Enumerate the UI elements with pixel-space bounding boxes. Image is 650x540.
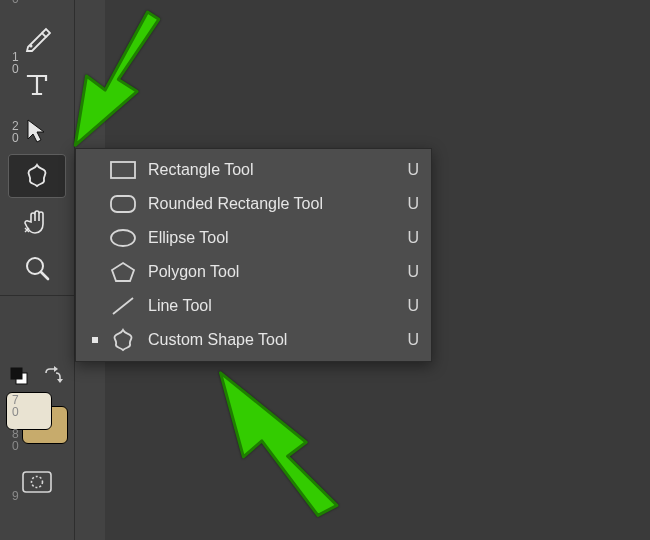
shape-tool[interactable] xyxy=(8,154,66,198)
zoom-tool[interactable] xyxy=(8,246,66,290)
annotation-arrow-to-shape-tool xyxy=(64,10,184,156)
flyout-item-shortcut: U xyxy=(401,161,419,179)
app-stage: Rectangle ToolURounded Rectangle ToolUEl… xyxy=(0,0,650,540)
svg-rect-6 xyxy=(111,162,135,178)
flyout-item-rounded-rectangle[interactable]: Rounded Rectangle ToolU xyxy=(76,187,431,221)
ruler-tick-10: 1 0 xyxy=(2,51,29,75)
annotation-arrow-to-custom-shape xyxy=(190,362,350,522)
flyout-item-custom-shape[interactable]: Custom Shape ToolU xyxy=(76,323,431,357)
hand-tool[interactable] xyxy=(8,200,66,244)
ruler-tick-80: 8 0 xyxy=(2,428,29,452)
svg-point-4 xyxy=(30,45,33,48)
flyout-item-shortcut: U xyxy=(401,297,419,315)
flyout-item-label: Line Tool xyxy=(148,297,401,315)
flyout-item-shortcut: U xyxy=(401,263,419,281)
svg-marker-9 xyxy=(112,263,134,281)
swap-colors-icon xyxy=(42,365,64,387)
flyout-item-line[interactable]: Line ToolU xyxy=(76,289,431,323)
ruler-tick-20: 2 0 xyxy=(2,120,29,144)
svg-rect-1 xyxy=(11,368,22,379)
ellipse-icon xyxy=(108,227,138,249)
shape-tool-flyout: Rectangle ToolURounded Rectangle ToolUEl… xyxy=(75,148,432,362)
flyout-item-label: Ellipse Tool xyxy=(148,229,401,247)
svg-point-3 xyxy=(32,477,43,488)
pen-icon xyxy=(23,24,51,52)
line-icon xyxy=(108,295,138,317)
svg-rect-2 xyxy=(23,472,51,492)
rect-icon xyxy=(108,159,138,181)
svg-line-10 xyxy=(113,298,133,314)
toolbar-divider xyxy=(0,295,74,296)
svg-point-8 xyxy=(111,230,135,246)
zoom-icon xyxy=(23,254,51,282)
shape-icon xyxy=(108,329,138,351)
flyout-selected-marker xyxy=(88,337,102,343)
default-colors-button[interactable] xyxy=(4,360,34,392)
swap-colors-button[interactable] xyxy=(36,360,70,392)
flyout-item-label: Rounded Rectangle Tool xyxy=(148,195,401,213)
flyout-item-rectangle[interactable]: Rectangle ToolU xyxy=(76,153,431,187)
default-colors-icon xyxy=(9,366,29,386)
ruler-tick-70: 7 0 xyxy=(2,394,29,418)
shape-icon xyxy=(22,162,52,190)
quick-mask-icon xyxy=(22,471,52,493)
flyout-item-polygon[interactable]: Polygon ToolU xyxy=(76,255,431,289)
ruler-tick-0: 0 xyxy=(2,0,29,5)
polygon-icon xyxy=(108,261,138,283)
flyout-item-label: Custom Shape Tool xyxy=(148,331,401,349)
flyout-item-ellipse[interactable]: Ellipse ToolU xyxy=(76,221,431,255)
flyout-item-label: Polygon Tool xyxy=(148,263,401,281)
flyout-item-shortcut: U xyxy=(401,229,419,247)
roundrect-icon xyxy=(108,193,138,215)
flyout-item-shortcut: U xyxy=(401,331,419,349)
hand-icon xyxy=(23,208,51,236)
flyout-item-shortcut: U xyxy=(401,195,419,213)
svg-rect-7 xyxy=(111,196,135,212)
flyout-item-label: Rectangle Tool xyxy=(148,161,401,179)
